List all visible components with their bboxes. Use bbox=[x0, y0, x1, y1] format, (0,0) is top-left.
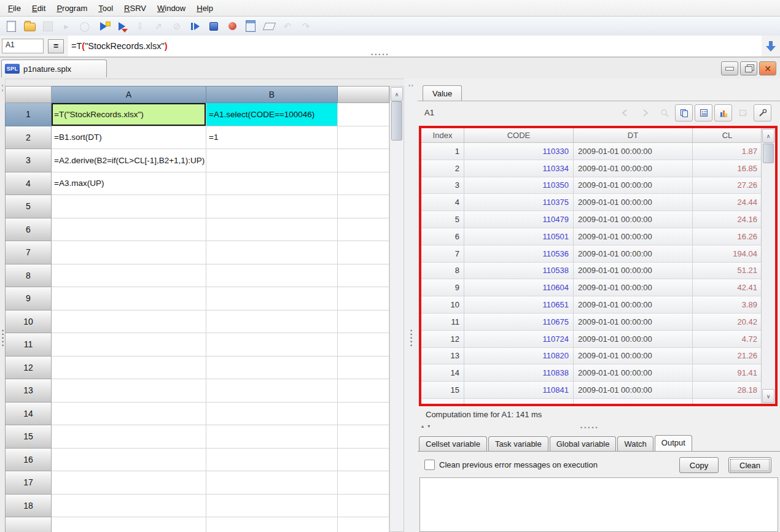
value-cell-cl[interactable]: 1.05 bbox=[693, 399, 762, 404]
restore-button[interactable] bbox=[740, 61, 757, 75]
value-cell-dt[interactable]: 2009-01-01 00:00:00 bbox=[574, 211, 693, 228]
cell-B3[interactable] bbox=[206, 149, 338, 172]
value-cell-cl[interactable]: 27.26 bbox=[693, 177, 762, 194]
value-cell-cl[interactable]: 194.04 bbox=[693, 245, 762, 262]
equals-button[interactable]: = bbox=[48, 39, 64, 53]
value-cell-cl[interactable]: 24.16 bbox=[693, 211, 762, 228]
value-cell-code[interactable]: 110841 bbox=[464, 382, 574, 398]
value-cell-index[interactable]: 7 bbox=[421, 245, 464, 262]
value-cell-cl[interactable]: 20.42 bbox=[693, 314, 762, 330]
menu-help[interactable]: Help bbox=[191, 1, 219, 15]
value-cell-dt[interactable]: 2009-01-01 00:00:00 bbox=[574, 143, 693, 160]
tab-value[interactable]: Value bbox=[423, 85, 462, 101]
formula-splitter-handle[interactable]: ••••• bbox=[371, 52, 390, 58]
formula-expand-button[interactable] bbox=[762, 36, 780, 56]
cell-B2[interactable]: =1 bbox=[206, 126, 338, 150]
cell-B9[interactable] bbox=[206, 287, 338, 310]
value-cell-dt[interactable]: 2009-01-01 00:00:00 bbox=[574, 160, 693, 177]
cell-C10[interactable] bbox=[338, 310, 389, 334]
value-cell-index[interactable]: 3 bbox=[421, 177, 464, 194]
row-header-11[interactable]: 11 bbox=[5, 333, 52, 357]
left-strip-handle[interactable]: ••••• bbox=[1, 329, 5, 347]
cell-C8[interactable] bbox=[338, 264, 389, 288]
formula-input[interactable]: =T("StockRecords.xlsx") bbox=[68, 36, 762, 56]
value-cell-code[interactable]: 110838 bbox=[464, 364, 574, 381]
value-cell-index[interactable]: 9 bbox=[421, 279, 464, 296]
cell-A14[interactable] bbox=[52, 403, 206, 426]
value-scroll-up-icon[interactable]: ∧ bbox=[762, 129, 774, 143]
row-header-4[interactable]: 4 bbox=[5, 172, 52, 196]
value-cell-dt[interactable]: 2009-01-01 00:00:00 bbox=[574, 245, 693, 262]
cell-A6[interactable] bbox=[52, 218, 206, 242]
value-cell-cl[interactable]: 1.87 bbox=[693, 143, 762, 160]
value-cell-dt[interactable]: 2009-01-01 00:00:00 bbox=[574, 314, 693, 330]
minimize-button[interactable] bbox=[721, 61, 738, 75]
menu-edit[interactable]: Edit bbox=[26, 1, 51, 15]
cell-B15[interactable] bbox=[206, 425, 338, 449]
value-cell-code[interactable]: 110501 bbox=[464, 228, 574, 245]
value-cell-cl[interactable]: 4.72 bbox=[693, 331, 762, 347]
cell-A12[interactable] bbox=[52, 357, 206, 380]
value-cell-code[interactable]: 110350 bbox=[464, 177, 574, 194]
cell-A2[interactable]: =B1.sort(DT) bbox=[52, 126, 206, 150]
row-header-16[interactable]: 16 bbox=[5, 449, 52, 472]
row-header-9[interactable]: 9 bbox=[5, 287, 52, 310]
value-cell-index[interactable]: 15 bbox=[421, 382, 464, 398]
cell-A9[interactable] bbox=[52, 287, 206, 310]
cell-A16[interactable] bbox=[52, 449, 206, 472]
row-header-14[interactable]: 14 bbox=[5, 403, 52, 426]
value-cell-dt[interactable]: 2009-01-01 00:00:00 bbox=[574, 279, 693, 296]
cell-C4[interactable] bbox=[338, 172, 389, 196]
tab-global-variable[interactable]: Global variable bbox=[550, 436, 617, 451]
tab-output[interactable]: Output bbox=[655, 435, 692, 451]
bottom-splitter-handle[interactable]: ••••• bbox=[580, 425, 599, 431]
value-cell-cl[interactable]: 51.21 bbox=[693, 263, 762, 279]
row-header-5[interactable]: 5 bbox=[5, 195, 52, 218]
step-over-icon[interactable] bbox=[188, 19, 203, 34]
cell-A[interactable] bbox=[52, 517, 206, 532]
cell-B14[interactable] bbox=[206, 403, 338, 426]
cell-C9[interactable] bbox=[338, 287, 389, 310]
grid-vscrollbar[interactable]: ∧ bbox=[389, 86, 404, 532]
cell-B7[interactable] bbox=[206, 241, 338, 264]
value-cell-index[interactable]: 16 bbox=[421, 399, 464, 404]
row-header-18[interactable]: 18 bbox=[5, 495, 52, 518]
cell-A8[interactable] bbox=[52, 264, 206, 288]
cell-ref-input[interactable]: A1 bbox=[2, 39, 44, 53]
tab-p1nature[interactable]: SPL p1nature.splx bbox=[1, 60, 107, 77]
column-header-blank[interactable] bbox=[338, 86, 389, 103]
cell-B5[interactable] bbox=[206, 195, 338, 218]
row-header-2[interactable]: 2 bbox=[5, 126, 52, 150]
cell-C11[interactable] bbox=[338, 333, 389, 357]
value-cell-code[interactable]: 110820 bbox=[464, 348, 574, 364]
cell-C[interactable] bbox=[338, 517, 389, 532]
row-header-8[interactable]: 8 bbox=[5, 264, 52, 288]
clean-button[interactable]: Clean bbox=[728, 457, 771, 473]
stop-icon[interactable] bbox=[206, 19, 221, 34]
row-header-17[interactable]: 17 bbox=[5, 471, 52, 495]
cell-B11[interactable] bbox=[206, 333, 338, 357]
value-cell-cl[interactable]: 91.41 bbox=[693, 364, 762, 381]
cell-C3[interactable] bbox=[338, 149, 389, 172]
cell-B12[interactable] bbox=[206, 357, 338, 380]
draw-chart-icon[interactable] bbox=[714, 104, 732, 121]
value-cell-cl[interactable]: 3.89 bbox=[693, 296, 762, 313]
value-cell-dt[interactable]: 2009-01-01 00:00:00 bbox=[574, 296, 693, 313]
column-header-a[interactable]: A bbox=[52, 86, 206, 103]
cell-C14[interactable] bbox=[338, 403, 389, 426]
cell-C5[interactable] bbox=[338, 195, 389, 218]
row-header-13[interactable]: 13 bbox=[5, 379, 52, 403]
cell-B8[interactable] bbox=[206, 264, 338, 288]
panel-splitter[interactable]: ‹ › ••••• bbox=[404, 79, 418, 532]
row-header-15[interactable]: 15 bbox=[5, 425, 52, 449]
value-cell-dt[interactable]: 2009-01-01 00:00:00 bbox=[574, 177, 693, 194]
value-cell-code[interactable]: 110334 bbox=[464, 160, 574, 177]
new-file-icon[interactable] bbox=[4, 19, 18, 34]
clear-icon[interactable] bbox=[262, 19, 276, 34]
cell-A13[interactable] bbox=[52, 379, 206, 403]
row-header-partial[interactable] bbox=[5, 517, 52, 532]
row-header-7[interactable]: 7 bbox=[5, 241, 52, 264]
row-header-6[interactable]: 6 bbox=[5, 218, 52, 242]
menu-rsrv[interactable]: RSRV bbox=[119, 1, 152, 15]
cell-B18[interactable] bbox=[206, 495, 338, 518]
